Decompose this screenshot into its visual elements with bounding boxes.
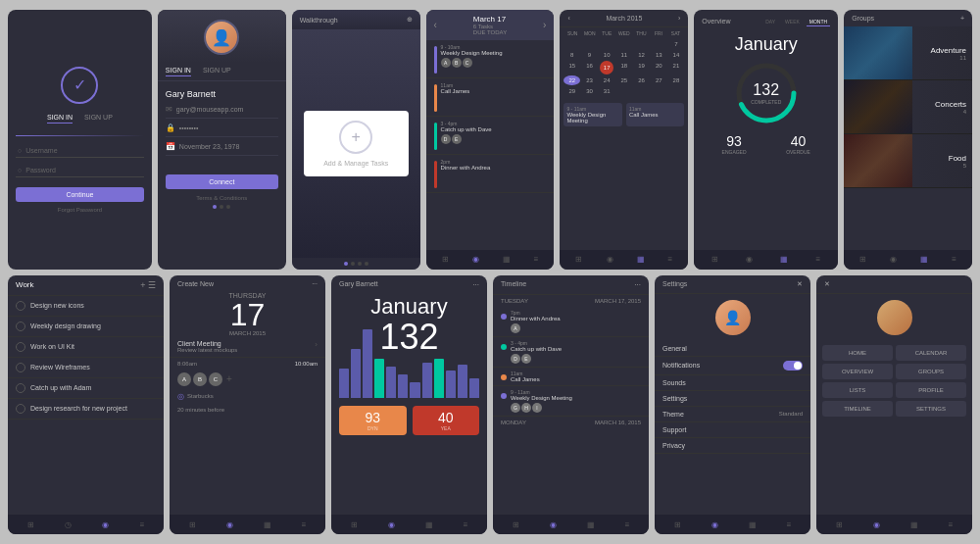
cal-cell-14[interactable]: 14 xyxy=(668,50,685,60)
cal-cell-28[interactable]: 28 xyxy=(668,75,685,85)
work-item-1[interactable]: Design new icons xyxy=(8,296,164,317)
timeline-menu[interactable]: ··· xyxy=(634,280,641,289)
overview-icon[interactable]: ▦ xyxy=(780,255,788,264)
cal-cell-29[interactable]: 29 xyxy=(564,86,580,96)
home-icon[interactable]: ⊞ xyxy=(711,255,718,264)
list-icon[interactable]: ≡ xyxy=(464,520,468,529)
menu-overview[interactable]: OVERVIEW xyxy=(822,364,893,379)
settings-theme[interactable]: Theme Standard xyxy=(655,407,810,422)
cal-cell-13[interactable]: 13 xyxy=(651,50,667,60)
tasks-icon[interactable]: ◉ xyxy=(607,255,613,264)
list-icon[interactable]: ≡ xyxy=(815,255,820,264)
tab-sign-up[interactable]: SIGN UP xyxy=(84,114,113,124)
search-icon[interactable]: ⊕ xyxy=(407,16,413,24)
home-icon[interactable]: ⊞ xyxy=(513,520,519,529)
tab-day[interactable]: DAY xyxy=(762,18,778,26)
tab-signin[interactable]: SIGN IN xyxy=(166,67,191,76)
create-event-row[interactable]: Client Meeting Review latest mockups › xyxy=(170,336,325,358)
add-person-icon[interactable]: + xyxy=(226,373,232,384)
list-icon[interactable]: ≡ xyxy=(952,255,956,264)
cal-cell-9[interactable]: 9 xyxy=(581,50,598,60)
tl-event-3[interactable]: 11am Call James xyxy=(493,368,649,386)
menu-groups[interactable]: GROUPS xyxy=(896,364,966,379)
tl-event-2[interactable]: 3 - 4pm Catch up with Dave D E xyxy=(493,337,649,368)
cal-icon[interactable]: ▦ xyxy=(637,255,645,264)
gary-menu-icon[interactable]: ··· xyxy=(472,280,479,289)
checkbox-3[interactable] xyxy=(16,342,25,352)
tasks-icon[interactable]: ◉ xyxy=(746,255,753,264)
cal-cell-11[interactable]: 11 xyxy=(616,50,633,60)
settings-privacy[interactable]: Privacy xyxy=(655,438,810,454)
cal-cell[interactable] xyxy=(564,39,580,49)
tasks-icon[interactable]: ◉ xyxy=(472,255,479,264)
cal-cell-today[interactable]: 17 xyxy=(600,61,613,74)
menu-lists[interactable]: LISTS xyxy=(822,382,893,398)
tab-sign-in[interactable]: SIGN IN xyxy=(47,114,73,124)
menu-settings[interactable]: SETTINGS xyxy=(896,401,966,417)
menu-timeline[interactable]: TIMELINE xyxy=(822,401,893,417)
group-concerts[interactable]: Concerts 4 xyxy=(844,80,972,134)
list-icon[interactable]: ≡ xyxy=(140,520,145,529)
task-item-1[interactable]: 9 - 10am Weekly Design Meeting A B C xyxy=(426,40,555,78)
home-icon[interactable]: ⊞ xyxy=(189,520,196,529)
home-icon[interactable]: ⊞ xyxy=(575,255,582,264)
work-item-2[interactable]: Weekly design drawing xyxy=(8,317,164,337)
tasks-nav-prev[interactable]: ‹ xyxy=(434,20,437,30)
work-item-6[interactable]: Design research for new project xyxy=(8,399,164,420)
checkbox-4[interactable] xyxy=(16,363,25,372)
username-field[interactable]: ○ Username xyxy=(16,144,144,158)
tasks-icon[interactable]: ◉ xyxy=(890,255,897,264)
task-item-3[interactable]: 3 - 4pm Catch up with Dave D E xyxy=(426,117,555,155)
checkbox-5[interactable] xyxy=(16,383,25,393)
cal-cell-10[interactable]: 10 xyxy=(599,50,615,60)
tl-event-4[interactable]: 9 - 11am Weekly Design Meeting G H I xyxy=(493,386,649,417)
cal-event-2[interactable]: 11am Call James xyxy=(626,103,684,126)
settings-sounds[interactable]: Sounds xyxy=(655,375,810,391)
cal-cell-23[interactable]: 23 xyxy=(581,75,598,85)
checkbox-6[interactable] xyxy=(16,404,25,414)
cal-cell-21[interactable]: 21 xyxy=(668,61,685,74)
home-icon[interactable]: ⊞ xyxy=(674,520,681,529)
cal-cell[interactable] xyxy=(581,39,598,49)
work-item-4[interactable]: Review Wireframes xyxy=(8,358,164,378)
settings-support[interactable]: Support xyxy=(655,422,810,438)
cal-cell-16[interactable]: 16 xyxy=(581,61,598,74)
checkbox-1[interactable] xyxy=(16,301,25,311)
tab-signup[interactable]: SIGN UP xyxy=(203,67,231,76)
tab-week[interactable]: WEEK xyxy=(782,18,803,26)
cal-cell[interactable] xyxy=(651,39,667,49)
menu-home[interactable]: HOME xyxy=(822,345,893,361)
list-icon[interactable]: ≡ xyxy=(302,520,307,529)
clock-icon[interactable]: ◷ xyxy=(65,520,72,529)
create-menu-icon[interactable]: ··· xyxy=(312,280,318,287)
list-icon[interactable]: ≡ xyxy=(949,520,954,529)
cal-cell-22[interactable]: 22 xyxy=(564,75,580,85)
cal-prev[interactable]: ‹ xyxy=(567,15,569,22)
close-icon[interactable]: ✕ xyxy=(797,280,803,288)
settings-general[interactable]: General xyxy=(655,341,810,357)
home-icon[interactable]: ⊞ xyxy=(27,520,34,529)
tl-event-1[interactable]: 7pm Dinner with Andrea A xyxy=(493,307,649,337)
password-field[interactable]: ○ Password xyxy=(16,164,144,177)
cal-cell[interactable] xyxy=(616,39,633,49)
task-item-2[interactable]: 11am Call James xyxy=(426,78,555,117)
home-icon[interactable]: ⊞ xyxy=(859,255,866,264)
overview-icon[interactable]: ◉ xyxy=(388,520,395,529)
cal-cell-18[interactable]: 18 xyxy=(616,61,633,74)
cal-cell-26[interactable]: 26 xyxy=(633,75,650,85)
add-group-icon[interactable]: + xyxy=(960,15,964,22)
timeline-icon[interactable]: ◉ xyxy=(550,520,557,529)
menu-close-icon[interactable]: ✕ xyxy=(824,280,830,288)
add-icon[interactable]: + xyxy=(339,121,372,154)
group-food[interactable]: Food 5 xyxy=(844,134,972,188)
work-add-icon[interactable]: + ☰ xyxy=(140,280,156,290)
list-icon[interactable]: ≡ xyxy=(668,255,673,264)
cal-cell-20[interactable]: 20 xyxy=(651,61,667,74)
settings-icon[interactable]: ◉ xyxy=(711,520,718,529)
cal-icon[interactable]: ▦ xyxy=(910,520,918,529)
cal-cell-25[interactable]: 25 xyxy=(616,75,633,85)
work-item-3[interactable]: Work on UI Kit xyxy=(8,337,164,358)
cal-icon[interactable]: ▦ xyxy=(749,520,757,529)
cal-event-1[interactable]: 9 - 11am Weekly Design Meeting xyxy=(564,103,621,126)
cal-cell-12[interactable]: 12 xyxy=(633,50,650,60)
